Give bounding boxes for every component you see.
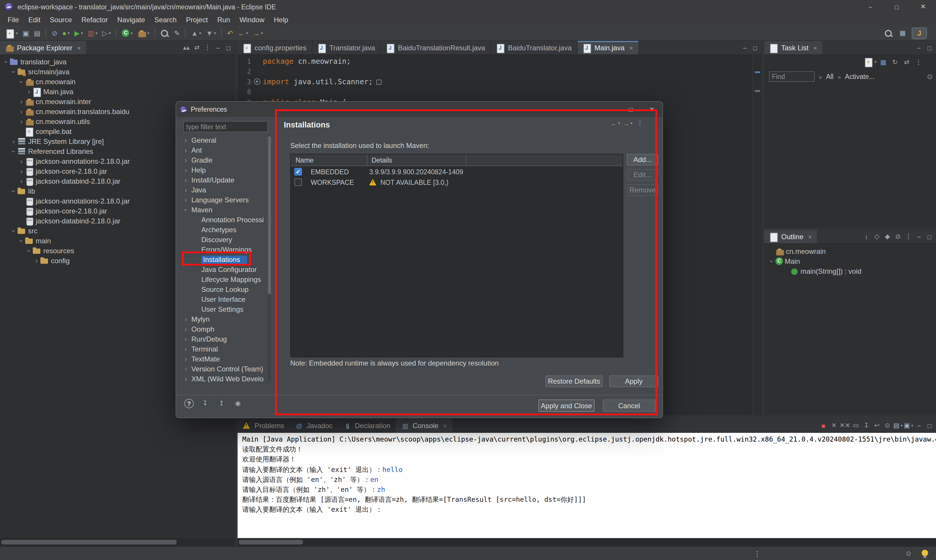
collapse-arrow-icon[interactable]: › xyxy=(25,247,33,254)
close-tab-icon[interactable]: × xyxy=(443,422,447,429)
last-edit-location-icon[interactable]: ↶ xyxy=(225,27,235,39)
expand-arrow-icon[interactable]: › xyxy=(182,146,190,154)
maximize-icon[interactable]: □ xyxy=(925,420,934,431)
pref-item-ant[interactable]: ›Ant xyxy=(180,145,267,155)
oomph-recorder-icon[interactable]: ◉ xyxy=(233,398,243,408)
maximize-window-button[interactable]: □ xyxy=(884,0,910,14)
debug-icon[interactable]: ●▾ xyxy=(60,27,72,39)
pref-item-version-control-team[interactable]: ›Version Control (Team) xyxy=(180,364,267,374)
pref-item-user-interface[interactable]: User Interface xyxy=(180,294,267,304)
restore-defaults-button[interactable]: Restore Defaults xyxy=(545,375,603,387)
console-tab-problems[interactable]: !Problems xyxy=(237,419,289,432)
maximize-icon[interactable]: □ xyxy=(750,43,760,52)
new-wizard-icon[interactable]: +▾ xyxy=(4,27,20,39)
close-window-button[interactable]: ✕ xyxy=(910,0,936,14)
outline-item-main-string-void[interactable]: main(String[]) : void xyxy=(764,266,936,276)
expand-arrow-icon[interactable]: › xyxy=(17,167,25,175)
clear-console-icon[interactable]: ▭ xyxy=(851,420,861,431)
print-icon[interactable]: ▤ xyxy=(32,27,42,39)
categorized-icon[interactable]: ▦ xyxy=(878,57,888,67)
console-tab-console[interactable]: ▥Console× xyxy=(396,419,452,432)
menu-file[interactable]: File xyxy=(3,14,24,26)
import-preferences-icon[interactable]: ↥ xyxy=(216,398,227,408)
pref-item-lifecycle-mappings[interactable]: Lifecycle Mappings xyxy=(180,274,267,284)
view-menu-icon[interactable]: ⋮ xyxy=(904,232,913,242)
open-console-icon[interactable]: ▣▾ xyxy=(904,420,913,431)
menu-project[interactable]: Project xyxy=(181,14,213,26)
java-perspective-button[interactable]: J xyxy=(912,27,927,39)
minimize-icon[interactable]: − xyxy=(740,43,749,52)
scrollbar-thumb[interactable] xyxy=(268,136,271,294)
help-icon[interactable]: ? xyxy=(184,398,194,408)
tab-task-list[interactable]: Task List × xyxy=(764,41,822,54)
close-view-icon[interactable]: × xyxy=(77,44,81,51)
expand-arrow-icon[interactable]: › xyxy=(17,157,25,165)
view-menu-icon[interactable]: ⋮ xyxy=(913,57,924,67)
pref-item-help[interactable]: ›Help xyxy=(180,165,267,175)
expand-arrow-icon[interactable]: › xyxy=(25,88,33,95)
expand-arrow-icon[interactable]: › xyxy=(182,345,190,353)
display-selected-console-icon[interactable]: ▤▾ xyxy=(893,420,903,431)
pref-item-install-update[interactable]: ›Install/Update xyxy=(180,175,267,185)
export-preferences-icon[interactable]: ↧ xyxy=(200,398,210,408)
outline-item-main[interactable]: ›CMain xyxy=(764,256,936,266)
menu-help[interactable]: Help xyxy=(269,14,293,26)
hide-static-icon[interactable]: ◆ xyxy=(882,232,893,242)
next-annotation-icon[interactable]: ▼▾ xyxy=(204,27,218,39)
expand-arrow-icon[interactable]: › xyxy=(17,107,25,115)
collapse-arrow-icon[interactable]: › xyxy=(10,187,18,195)
pref-item-discovery[interactable]: Discovery xyxy=(180,234,267,245)
preferences-filter-input[interactable] xyxy=(183,121,268,132)
pref-item-oomph[interactable]: ›Oomph xyxy=(180,324,267,334)
expand-arrow-icon[interactable]: › xyxy=(182,355,190,363)
menu-source[interactable]: Source xyxy=(45,14,77,26)
pref-item-installations[interactable]: Installations xyxy=(180,254,267,265)
collapse-arrow-icon[interactable]: › xyxy=(10,68,18,75)
back-icon[interactable]: ←▾ xyxy=(236,27,250,39)
add-button[interactable]: Add... xyxy=(627,154,658,166)
pref-item-errors-warnings[interactable]: Errors/Warnings xyxy=(180,245,267,254)
pref-item-maven[interactable]: ›Maven xyxy=(180,205,267,215)
pref-item-java[interactable]: ›Java xyxy=(180,185,267,195)
expand-arrow-icon[interactable]: › xyxy=(182,195,190,204)
link-with-editor-icon[interactable]: ⇄ xyxy=(902,57,912,67)
expand-arrow-icon[interactable]: › xyxy=(182,176,190,184)
activate-dropdown[interactable]: Activate... xyxy=(845,73,874,80)
new-java-package-icon[interactable]: ▾ xyxy=(136,27,151,39)
run-external-tools-icon[interactable]: ▷▾ xyxy=(100,27,113,39)
pref-item-archetypes[interactable]: Archetypes xyxy=(180,225,267,234)
toggle-mark-occurrences-icon[interactable]: ✎ xyxy=(172,27,182,39)
pref-item-general[interactable]: ›General xyxy=(180,135,267,145)
menu-navigate[interactable]: Navigate xyxy=(113,14,150,26)
sash-right[interactable] xyxy=(762,41,764,415)
sort-icon[interactable]: ↕ xyxy=(861,232,871,242)
close-view-icon[interactable]: × xyxy=(808,233,812,240)
scope-all-dropdown[interactable]: All xyxy=(826,73,834,80)
collapse-arrow-icon[interactable]: › xyxy=(182,206,190,214)
close-view-icon[interactable]: × xyxy=(813,44,817,51)
remove-launch-icon[interactable]: ✕ xyxy=(829,420,839,431)
pref-item-user-settings[interactable]: User Settings xyxy=(180,304,267,314)
open-search-icon[interactable] xyxy=(159,27,171,39)
collapse-arrow-icon[interactable]: › xyxy=(17,237,25,245)
expand-arrow-icon[interactable]: › xyxy=(17,97,25,106)
editor-tab-baidutranslator-java[interactable]: JBaiduTranslator.java xyxy=(491,41,578,54)
collapse-arrow-icon[interactable]: › xyxy=(768,257,776,265)
fold-expand-icon[interactable]: + xyxy=(254,78,260,85)
tree-item-translator-java[interactable]: ›translator_java xyxy=(0,57,235,67)
collapse-all-icon[interactable]: ▴▴ xyxy=(181,43,191,52)
pref-item-gradle[interactable]: ›Gradle xyxy=(180,155,267,165)
quick-search-icon[interactable] xyxy=(884,28,894,38)
progress-icon[interactable]: ⊙ xyxy=(906,550,911,557)
menu-window[interactable]: Window xyxy=(234,14,269,26)
menu-run[interactable]: Run xyxy=(213,14,234,26)
installation-checkbox-embedded[interactable]: ✓ xyxy=(295,168,302,175)
word-wrap-icon[interactable]: ↩ xyxy=(872,420,882,431)
installation-row-workspace[interactable]: WORKSPACE!NOT AVAILABLE [3.0,) xyxy=(291,177,622,188)
remove-button[interactable]: Remove xyxy=(627,184,658,196)
pref-item-terminal[interactable]: ›Terminal xyxy=(180,344,267,354)
hide-non-public-icon[interactable]: ⊘ xyxy=(893,232,903,242)
view-menu-icon[interactable]: ⋮ xyxy=(635,118,645,128)
pin-console-icon[interactable]: ⊙ xyxy=(882,420,893,431)
search-scope-icon[interactable]: ⊙ xyxy=(927,72,933,81)
